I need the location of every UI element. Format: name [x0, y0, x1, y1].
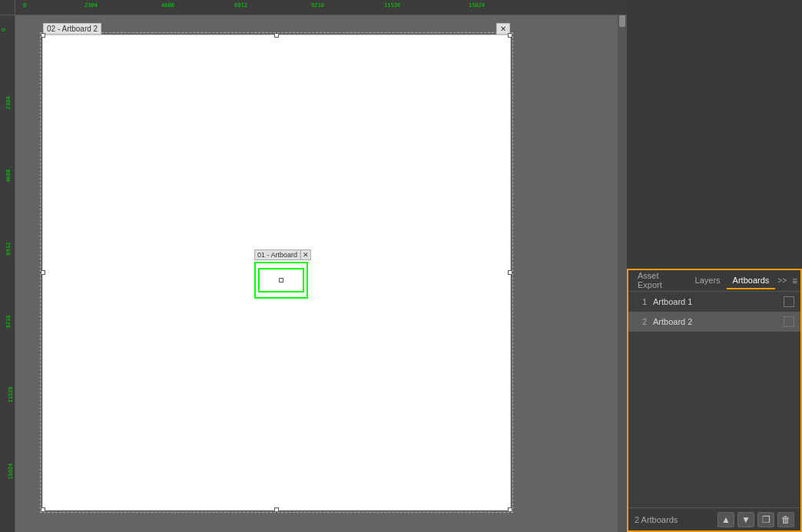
down-arrow-icon: ▼ — [741, 514, 751, 525]
artboard-1[interactable]: 01 - Artboard 1 ✕ — [254, 262, 308, 299]
artboard-list-row-1[interactable]: 1 Artboard 1 — [628, 292, 800, 312]
handle-ml[interactable] — [41, 270, 45, 275]
up-arrow-icon: ▲ — [721, 514, 731, 525]
artboard-row-2-num: 2 — [635, 317, 647, 326]
delete-icon: 🗑 — [781, 514, 790, 525]
handle-tr[interactable] — [508, 33, 512, 38]
ruler-left-2304: 2304 — [5, 97, 12, 110]
ruler-mark-0: 0 — [23, 2, 26, 8]
artboard-count-label: 2 Artboards — [635, 515, 714, 524]
tab-artboards[interactable]: Artboards — [727, 273, 776, 289]
ruler-left-6912: 6912 — [5, 243, 12, 256]
panel-top-area — [627, 0, 802, 269]
ruler-left-15024: 15024 — [8, 463, 14, 479]
ruler-mark-6912: 6912 — [234, 2, 247, 8]
tab-asset-export[interactable]: Asset Export — [631, 268, 689, 294]
artboard-move-up-btn[interactable]: ▲ — [717, 512, 734, 527]
tab-layers[interactable]: Layers — [689, 273, 727, 289]
artboard-row-1-icon — [784, 296, 794, 307]
artboard-canvas: 02 - Artboard 2 ✕ 01 - Artboard 1 ✕ — [15, 15, 627, 532]
handle-br[interactable] — [508, 507, 512, 512]
ruler-mark-9216: 9216 — [311, 2, 324, 8]
ruler-left-11520: 11520 — [8, 386, 14, 402]
tab-overflow-menu[interactable]: ≡ — [792, 276, 797, 286]
tab-overflow: >> ≡ — [775, 276, 797, 286]
ruler-mark-4608: 4608 — [161, 2, 174, 8]
artboard-row-1-num: 1 — [635, 297, 647, 306]
handle-mr[interactable] — [508, 270, 512, 275]
ruler-mark-15024: 15024 — [469, 2, 485, 8]
artboard-1-label: 01 - Artboard 1 — [254, 249, 307, 260]
panel-artboards-section: Asset Export Layers Artboards >> ≡ 1 Art… — [627, 269, 802, 532]
handle-tm[interactable] — [274, 33, 279, 38]
artboard-2[interactable]: 02 - Artboard 2 ✕ 01 - Artboard 1 ✕ — [42, 35, 511, 511]
ruler-left: 0 2304 4608 6912 9216 11520 15024 — [0, 15, 15, 532]
handle-tl[interactable] — [41, 33, 45, 38]
artboard-1-inner-rect — [258, 268, 304, 292]
ruler-left-9216: 9216 — [5, 316, 12, 329]
panel-bottom-bar: 2 Artboards ▲ ▼ ❐ 🗑 — [628, 507, 800, 530]
artboard-delete-btn[interactable]: 🗑 — [777, 512, 794, 527]
ruler-top: 0 2304 4608 6912 9216 11520 15024 — [15, 0, 627, 15]
ruler-mark-11520: 11520 — [384, 2, 400, 8]
ruler-corner — [0, 0, 15, 15]
artboard-row-2-icon — [784, 316, 794, 327]
artboard-1-center-handle[interactable] — [279, 278, 283, 283]
artboard-duplicate-btn[interactable]: ❐ — [757, 512, 774, 527]
app-container: 0 2304 4608 6912 9216 11520 15024 0 2304… — [0, 0, 802, 532]
panel-tabs: Asset Export Layers Artboards >> ≡ — [628, 270, 800, 292]
handle-bl[interactable] — [41, 507, 45, 512]
canvas-area: 0 2304 4608 6912 9216 11520 15024 0 2304… — [0, 0, 627, 532]
artboard-move-down-btn[interactable]: ▼ — [737, 512, 754, 527]
artboard-row-2-name: Artboard 2 — [653, 317, 777, 326]
ruler-left-4608: 4608 — [5, 170, 12, 183]
artboard-list-row-2[interactable]: 2 Artboard 2 — [628, 312, 800, 332]
right-panel: Asset Export Layers Artboards >> ≡ 1 Art… — [627, 0, 802, 532]
ruler-left-0: 0 — [1, 28, 7, 31]
handle-bm[interactable] — [274, 507, 279, 512]
artboard-1-close-btn[interactable]: ✕ — [300, 249, 311, 260]
duplicate-icon: ❐ — [762, 514, 771, 525]
tab-overflow-arrows[interactable]: >> — [775, 276, 789, 285]
ruler-mark-2304: 2304 — [85, 2, 98, 8]
artboard-2-label: 02 - Artboard 2 — [43, 23, 101, 35]
artboard-row-1-name: Artboard 1 — [653, 297, 777, 306]
artboard-list-area: 1 Artboard 1 2 Artboard 2 — [628, 292, 800, 507]
